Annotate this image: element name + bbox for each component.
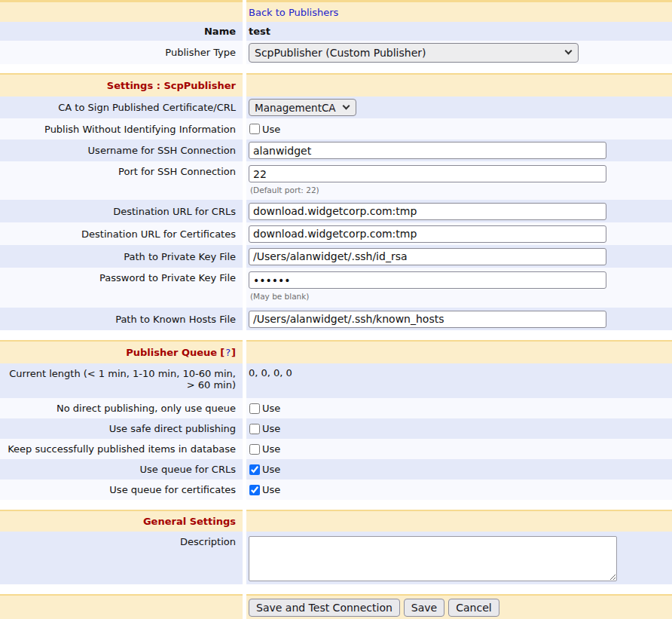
queue-certs-checkbox[interactable] <box>249 485 260 495</box>
password-hint: (May be blank) <box>249 292 309 301</box>
queue-option-label: Use safe direct publishing <box>109 423 236 434</box>
password-input[interactable] <box>249 271 606 289</box>
queue-length-value: 0, 0, 0, 0 <box>249 367 292 378</box>
anonymize-checkbox[interactable] <box>249 124 260 134</box>
save-button[interactable]: Save <box>404 599 444 617</box>
name-row: Name test <box>0 22 672 41</box>
username-label: Username for SSH Connection <box>88 145 236 156</box>
port-input[interactable] <box>249 165 606 182</box>
private-key-label: Path to Private Key File <box>124 251 236 262</box>
publisher-type-label: Publisher Type <box>165 47 236 58</box>
crl-url-input[interactable] <box>249 203 606 220</box>
help-link[interactable]: ? <box>225 347 231 358</box>
footer-row: Save and Test Connection Save Cancel <box>0 596 672 619</box>
publisher-type-select[interactable]: ScpPublisher (Custom Publisher) <box>249 43 579 63</box>
queue-section-title: Publisher Queue <box>126 347 217 358</box>
section-gap <box>0 330 672 340</box>
cert-url-input[interactable] <box>249 225 606 243</box>
anonymize-label: Publish Without Identifying Information <box>44 124 236 135</box>
queue-length-row: Current length (< 1 min, 1-10 min, 10-60… <box>0 363 672 398</box>
queue-only-checkbox[interactable] <box>249 403 260 414</box>
password-label: Password to Private Key File <box>99 272 236 283</box>
general-header-row: General Settings <box>0 511 672 532</box>
help-bracket-close: ] <box>231 347 236 358</box>
settings-header-row: Settings : ScpPublisher <box>0 75 672 97</box>
queue-option-row: Use queue for certificates Use <box>0 480 672 500</box>
port-hint: (Default port: 22) <box>249 185 319 195</box>
known-hosts-label: Path to Known Hosts File <box>115 314 236 325</box>
use-label[interactable]: Use <box>262 403 280 414</box>
crl-url-row: Destination URL for CRLs <box>0 200 672 222</box>
queue-option-row: No direct publishing, only use queue Use <box>0 398 672 418</box>
use-label[interactable]: Use <box>262 464 280 475</box>
username-input[interactable] <box>249 142 606 159</box>
port-row: Port for SSH Connection (Default port: 2… <box>0 161 672 200</box>
private-key-row: Path to Private Key File <box>0 245 672 268</box>
keep-published-checkbox[interactable] <box>249 444 260 455</box>
queue-header-row: Publisher Queue [?] <box>0 342 672 363</box>
use-label[interactable]: Use <box>262 423 280 434</box>
name-value: test <box>249 26 270 37</box>
private-key-input[interactable] <box>249 248 606 265</box>
queue-option-row: Use queue for CRLs Use <box>0 459 672 480</box>
settings-section-title: Settings : ScpPublisher <box>107 80 236 91</box>
anonymize-row: Publish Without Identifying Information … <box>0 118 672 139</box>
use-label[interactable]: Use <box>262 124 280 135</box>
queue-option-label: Use queue for certificates <box>109 484 236 495</box>
description-label: Description <box>180 536 236 547</box>
cancel-button[interactable]: Cancel <box>448 599 499 617</box>
queue-option-label: Use queue for CRLs <box>140 464 236 475</box>
queue-option-row: Use safe direct publishing Use <box>0 418 672 439</box>
section-gap <box>0 64 672 73</box>
section-gap <box>0 584 672 594</box>
safe-direct-checkbox[interactable] <box>249 424 260 434</box>
save-and-test-button[interactable]: Save and Test Connection <box>249 599 400 617</box>
name-label: Name <box>204 26 236 37</box>
password-row: Password to Private Key File (May be bla… <box>0 268 672 308</box>
general-section-title: General Settings <box>143 516 236 527</box>
known-hosts-input[interactable] <box>249 311 606 328</box>
ca-sign-label: CA to Sign Published Certificate/CRL <box>58 102 236 113</box>
queue-option-label: No direct publishing, only use queue <box>57 403 236 414</box>
known-hosts-row: Path to Known Hosts File <box>0 308 672 330</box>
queue-crls-checkbox[interactable] <box>249 464 260 475</box>
publisher-type-row: Publisher Type ScpPublisher (Custom Publ… <box>0 41 672 64</box>
description-row: Description <box>0 532 672 584</box>
queue-option-label: Keep successfully published items in dat… <box>8 443 236 455</box>
use-label[interactable]: Use <box>262 484 280 495</box>
top-header-row: Back to Publishers <box>0 2 672 22</box>
ca-sign-row: CA to Sign Published Certificate/CRL Man… <box>0 97 672 118</box>
use-label[interactable]: Use <box>262 443 280 455</box>
help-bracket-open: [ <box>220 347 225 358</box>
ca-sign-select[interactable]: ManagementCA <box>249 99 356 116</box>
cert-url-label: Destination URL for Certificates <box>81 228 236 240</box>
cert-url-row: Destination URL for Certificates <box>0 222 672 245</box>
crl-url-label: Destination URL for CRLs <box>113 206 236 217</box>
username-row: Username for SSH Connection <box>0 139 672 161</box>
queue-length-label: Current length (< 1 min, 1-10 min, 10-60… <box>5 368 236 391</box>
port-label: Port for SSH Connection <box>118 166 236 177</box>
section-gap <box>0 500 672 510</box>
queue-option-row: Keep successfully published items in dat… <box>0 439 672 459</box>
description-textarea[interactable] <box>249 536 617 581</box>
back-to-publishers-link[interactable]: Back to Publishers <box>249 7 338 18</box>
